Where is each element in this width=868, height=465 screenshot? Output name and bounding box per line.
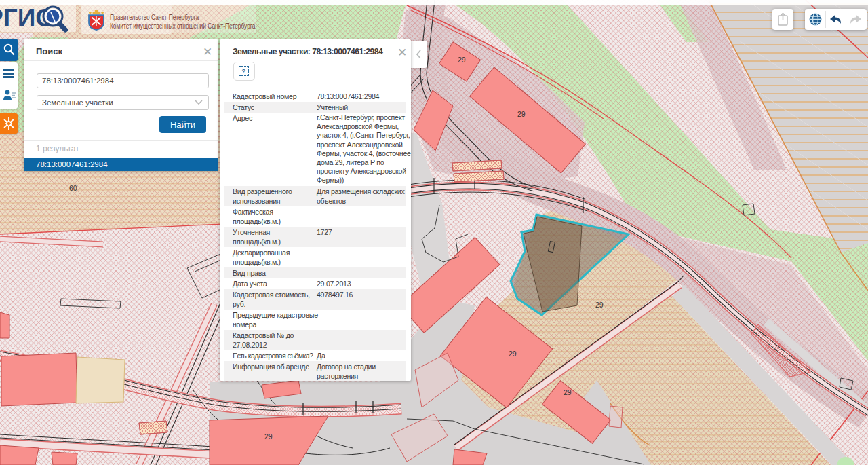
svg-text:29: 29 bbox=[595, 301, 604, 309]
svg-text:29: 29 bbox=[564, 388, 572, 396]
svg-text:29: 29 bbox=[509, 350, 517, 358]
svg-text:29: 29 bbox=[458, 56, 466, 64]
svg-text:29: 29 bbox=[264, 432, 273, 441]
svg-text:60: 60 bbox=[69, 184, 77, 192]
svg-text:29: 29 bbox=[517, 110, 526, 118]
